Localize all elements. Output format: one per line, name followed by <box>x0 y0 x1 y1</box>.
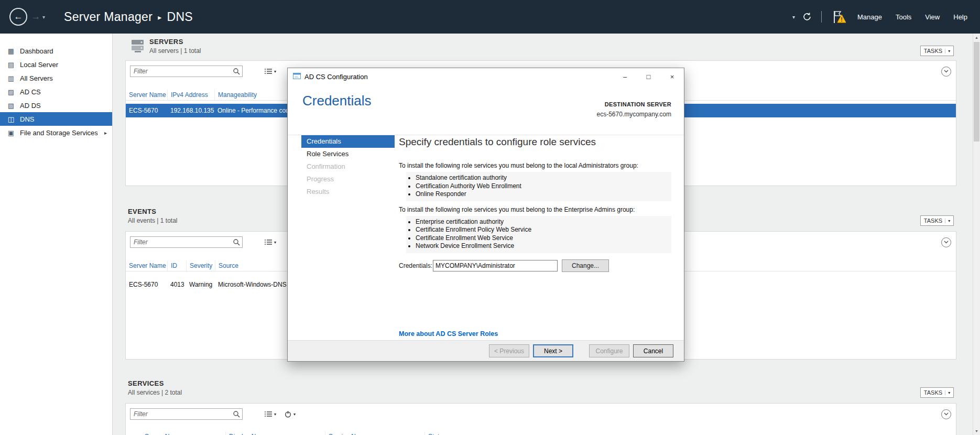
forward-button[interactable]: → <box>31 12 40 22</box>
scrollbar-down-button[interactable]: ▼ <box>973 427 980 435</box>
list-icon <box>265 411 272 417</box>
credentials-field[interactable] <box>433 260 558 271</box>
cell-event-id: 4013 <box>167 281 186 288</box>
services-list-options-button[interactable]: ▾ <box>265 411 276 417</box>
events-filter-input[interactable] <box>130 236 243 248</box>
dns-icon: ◫ <box>7 115 15 123</box>
services-collapse-button[interactable] <box>941 409 951 419</box>
events-list-options-button[interactable]: ▾ <box>265 239 276 245</box>
sidebar-item-all-servers[interactable]: ▥ All Servers <box>0 71 112 85</box>
close-button[interactable]: × <box>660 68 684 85</box>
servers-subtitle: All servers | 1 total <box>149 47 201 55</box>
notifications-caret[interactable]: ▾ <box>792 14 795 20</box>
servers-title: SERVERS <box>149 38 201 46</box>
column-header-ipv4-address[interactable]: IPv4 Address <box>167 90 214 100</box>
topbar-divider <box>821 11 822 23</box>
local-admins-paragraph: To install the following role services y… <box>399 162 671 169</box>
list-item: Online Responder <box>416 190 671 199</box>
servers-collapse-button[interactable] <box>941 67 951 77</box>
dialog-title: AD CS Configuration <box>304 73 368 81</box>
search-icon <box>233 68 240 77</box>
events-subtitle: All events | 1 total <box>128 217 178 224</box>
page-scrollbar[interactable]: ▲ ▼ <box>973 34 980 435</box>
menu-help[interactable]: Help <box>950 13 971 21</box>
column-header-severity[interactable]: Severity <box>186 260 215 271</box>
wizard-step-credentials[interactable]: Credentials <box>301 135 395 148</box>
breadcrumb: Server Manager▸DNS <box>64 10 193 24</box>
services-section: SERVICES All services | 2 total TASKS▾ ▾ <box>125 379 956 435</box>
column-header-status[interactable]: Status <box>424 431 487 435</box>
cell-server-name: ECS-5670 <box>126 281 167 288</box>
sidebar-item-local-server[interactable]: ▤ Local Server <box>0 58 112 71</box>
column-header-server-name[interactable]: Server Name <box>126 260 167 271</box>
wizard-step-results: Results <box>301 186 395 198</box>
configure-button: Configure <box>589 344 629 357</box>
services-tasks-button[interactable]: TASKS▾ <box>920 387 954 398</box>
services-table-header: Server Name Display Name Service Name St… <box>126 431 956 435</box>
events-tasks-button[interactable]: TASKS▾ <box>920 215 954 226</box>
cancel-button[interactable]: Cancel <box>633 344 673 357</box>
menu-tools[interactable]: Tools <box>892 13 914 21</box>
sidebar-item-label: AD DS <box>20 102 41 110</box>
column-header-display-name[interactable]: Display Name <box>225 431 325 435</box>
sidebar-item-label: Local Server <box>20 61 58 69</box>
events-collapse-button[interactable] <box>941 237 951 247</box>
servers-tasks-button[interactable]: TASKS▾ <box>920 46 954 56</box>
more-about-adcs-link[interactable]: More about AD CS Server Roles <box>399 330 498 338</box>
chevron-down-icon: ▾ <box>42 14 45 20</box>
scrollbar-thumb[interactable] <box>974 42 979 142</box>
sidebar-item-ad-cs[interactable]: ▨ AD CS <box>0 85 112 99</box>
services-header: SERVICES All services | 2 total <box>125 379 956 396</box>
wizard-header: Credentials DESTINATION SERVER ecs-5670.… <box>288 93 684 135</box>
sidebar-item-dns[interactable]: ◫ DNS <box>0 112 112 126</box>
page-subheading: Specify credentials to configure role se… <box>399 136 671 148</box>
servers-filter-input[interactable] <box>130 66 243 77</box>
dialog-titlebar[interactable]: AD CS Configuration – □ × <box>288 68 684 85</box>
servers-icon <box>130 39 146 56</box>
list-item: Standalone certification authority <box>416 174 671 182</box>
scrollbar-up-button[interactable]: ▲ <box>973 34 980 41</box>
chevron-down-icon: ▾ <box>945 49 950 53</box>
nav-history-caret[interactable]: ▾ <box>42 14 45 20</box>
back-arrow-icon: ← <box>14 12 23 22</box>
cell-ipv4-address: 192.168.10.135 <box>167 107 214 114</box>
column-header-id[interactable]: ID <box>167 260 186 271</box>
column-header-server-name[interactable]: Server Name <box>126 90 167 100</box>
next-button[interactable]: Next > <box>533 344 573 357</box>
sidebar-item-ad-ds[interactable]: ▧ AD DS <box>0 99 112 112</box>
wizard-footer: < Previous Next > Configure Cancel <box>288 340 684 361</box>
services-filter-input[interactable] <box>130 408 243 420</box>
notifications-flag-button[interactable]: ! <box>831 10 847 24</box>
warning-flag-icon: ! <box>831 10 847 24</box>
column-header-server-name[interactable]: Server Name <box>126 431 225 435</box>
sidebar-item-file-storage-services[interactable]: ▣ File and Storage Services ▸ <box>0 126 112 139</box>
services-filter-row: ▾ ▾ <box>126 404 956 424</box>
minimize-button[interactable]: – <box>613 68 637 85</box>
enterprise-admins-role-list: Enterprise certification authority Certi… <box>406 216 671 253</box>
adcs-dialog-icon <box>293 72 301 81</box>
servers-list-options-button[interactable]: ▾ <box>265 68 276 74</box>
cell-server-name: ECS-5670 <box>126 107 167 114</box>
topbar: ← → ▾ Server Manager▸DNS ▾ ! Manage Tool… <box>0 0 980 34</box>
maximize-button[interactable]: □ <box>637 68 660 85</box>
change-credentials-button[interactable]: Change... <box>562 259 609 272</box>
chevron-down-icon: ▾ <box>274 240 276 245</box>
sidebar-item-label: File and Storage Services <box>20 129 98 137</box>
services-subtitle: All services | 2 total <box>128 389 182 396</box>
back-button[interactable]: ← <box>9 8 27 26</box>
column-header-service-name[interactable]: Service Name <box>325 431 424 435</box>
sidebar-item-label: AD CS <box>20 88 41 96</box>
services-control-options-button[interactable]: ▾ <box>285 411 296 418</box>
refresh-button[interactable] <box>802 12 812 21</box>
wizard-step-confirmation: Confirmation <box>301 160 395 173</box>
power-icon <box>285 411 291 418</box>
wizard-step-role-services[interactable]: Role Services <box>301 148 395 160</box>
ad-ds-icon: ▧ <box>7 102 15 110</box>
topbar-actions: ▾ ! Manage Tools View Help <box>792 10 971 24</box>
list-item: Enterprise certification authority <box>416 218 671 226</box>
sidebar-item-label: DNS <box>20 115 34 123</box>
menu-manage[interactable]: Manage <box>854 13 885 21</box>
menu-view[interactable]: View <box>922 13 943 21</box>
chevron-down-icon: ▾ <box>945 219 950 223</box>
sidebar-item-dashboard[interactable]: ▦ Dashboard <box>0 44 112 58</box>
